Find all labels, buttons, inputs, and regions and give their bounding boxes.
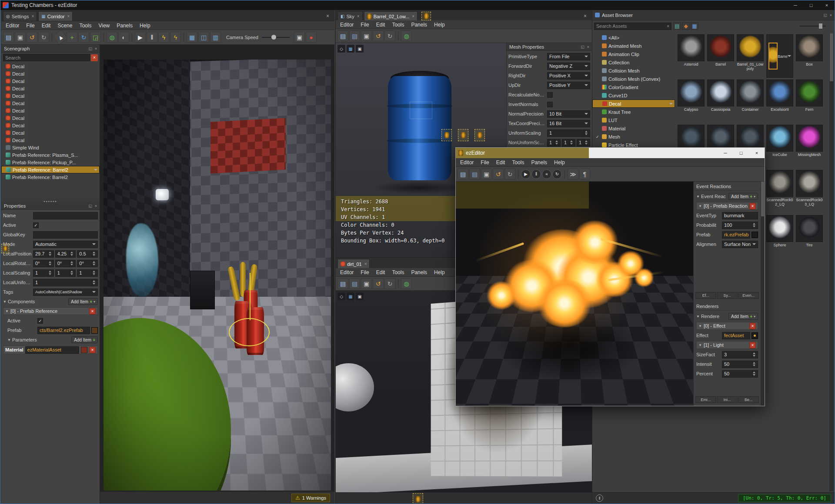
render-mode-icon[interactable]: ◐ <box>118 32 129 43</box>
save-all-icon[interactable]: ▤ <box>349 30 360 41</box>
prop-spinner[interactable]: 0.5 <box>77 250 98 258</box>
float-panel-icon[interactable]: ◱ <box>88 204 92 208</box>
play-icon[interactable]: ▶ <box>135 32 146 43</box>
menu-edit[interactable]: Edit <box>493 159 509 166</box>
asset-item[interactable]: Asteroid <box>678 34 705 78</box>
collapse-icon[interactable]: ▼ <box>7 338 11 342</box>
scenegraph-item[interactable]: Decal <box>1 129 100 136</box>
component-header[interactable]: ▼ [0] - Prefab Reference × <box>3 307 98 315</box>
particle-editor-window[interactable]: ezEditor ─ □ × EditorFileEditToolsPanels… <box>455 147 765 406</box>
asset-item[interactable]: Barrel_02_Lowpoly <box>766 34 793 78</box>
close-tab-icon[interactable]: × <box>67 14 70 19</box>
undo-icon[interactable]: ↺ <box>27 32 37 43</box>
probability-spinner[interactable]: 100 <box>722 222 758 229</box>
tab-barrel-02-low[interactable]: Barrel_02_Low... × <box>364 11 418 21</box>
maximize-button[interactable]: □ <box>803 0 819 10</box>
scenegraph-item[interactable]: Prefab Reference: Pickup_P... <box>1 159 100 166</box>
asset-item[interactable]: Barrel <box>707 34 734 78</box>
tab-dirt-01[interactable]: dirt_01 × <box>337 259 370 269</box>
record-icon[interactable]: ● <box>306 32 317 43</box>
asset-item[interactable]: IceCube <box>766 125 793 168</box>
prop-checkbox[interactable] <box>547 92 553 98</box>
redo-icon[interactable]: ↻ <box>38 32 49 43</box>
warnings-badge[interactable]: ⚠ 1 Warnings <box>291 494 330 502</box>
minimize-button[interactable]: ─ <box>718 148 733 158</box>
delete-component-button[interactable]: × <box>89 308 96 315</box>
prop-spinner[interactable]: 29.7 <box>33 250 54 258</box>
pin-icon[interactable]: ¶ <box>579 169 590 179</box>
menu-view[interactable]: View <box>95 22 113 30</box>
prop-select[interactable]: 10 Bit <box>547 110 590 118</box>
menu-editor[interactable]: Editor <box>337 269 357 276</box>
close-window-icon[interactable]: × <box>580 13 590 19</box>
save-icon[interactable]: ▤ <box>337 30 348 41</box>
event-type-input[interactable]: burnmark <box>722 212 758 219</box>
prefab-reaction-header[interactable]: ▼ [0] - Prefab Reaction × <box>696 202 758 210</box>
asset-item[interactable]: Calypso <box>678 80 705 123</box>
particle-preview-viewport[interactable] <box>456 182 693 406</box>
screenshot-icon[interactable]: ▣ <box>294 32 305 43</box>
redo-icon[interactable]: ↻ <box>384 30 395 41</box>
delete-renderer-button[interactable]: × <box>749 342 756 348</box>
close-window-icon[interactable]: × <box>323 13 333 19</box>
asset-item[interactable]: MissingMesh <box>796 125 823 168</box>
delete-renderer-button[interactable]: × <box>749 323 756 329</box>
menu-file[interactable]: File <box>357 269 372 276</box>
menu-file[interactable]: File <box>477 159 492 166</box>
close-tab-icon[interactable]: × <box>412 14 414 19</box>
collapse-icon[interactable]: ▼ <box>3 300 7 304</box>
restart-icon[interactable]: « <box>542 169 551 179</box>
minimize-button[interactable]: ─ <box>788 0 803 10</box>
asset-item[interactable]: Tire <box>796 215 823 259</box>
tab-events[interactable]: Even... <box>738 292 759 299</box>
scenegraph-item[interactable]: Decal <box>1 85 100 92</box>
scenegraph-item[interactable]: Decal <box>1 136 100 144</box>
effect-asset-field[interactable]: fectAsset <box>722 332 750 339</box>
scenegraph-item[interactable]: Decal <box>1 63 100 70</box>
menu-panels[interactable]: Panels <box>113 22 136 30</box>
close-tab-icon[interactable]: × <box>364 262 367 266</box>
float-panel-icon[interactable]: ◱ <box>581 45 584 49</box>
tab-initializer[interactable]: Ini... <box>717 396 737 403</box>
scenegraph-search-input[interactable]: Search <box>3 54 90 61</box>
maximize-button[interactable]: □ <box>733 148 749 158</box>
menu-help[interactable]: Help <box>431 269 448 276</box>
scenegraph-item[interactable]: Prefab Reference: Barrel2 <box>1 166 100 173</box>
ortho-icon[interactable]: ▥ <box>210 32 221 43</box>
browse-asset-button[interactable] <box>752 332 758 339</box>
browse-asset-button[interactable] <box>91 327 98 334</box>
delete-material-button[interactable]: × <box>89 347 96 353</box>
export-icon[interactable]: ϟ <box>170 32 181 43</box>
menu-panels[interactable]: Panels <box>528 159 551 166</box>
pause-icon[interactable]: ‖ <box>147 32 157 43</box>
collapse-icon[interactable]: ▼ <box>696 315 700 318</box>
shot-icon[interactable]: ▣ <box>356 292 364 300</box>
add-renderer-button[interactable]: Add Item+▾ <box>728 313 758 320</box>
grid-icon[interactable]: ▦ <box>347 292 354 300</box>
prop-spinner[interactable]: 4.25 <box>55 250 76 258</box>
menu-help[interactable]: Help <box>551 159 568 166</box>
rotate-icon[interactable]: ↻ <box>78 32 89 43</box>
percentage-spinner[interactable]: 50 <box>722 370 758 378</box>
undo-icon[interactable]: ↺ <box>373 278 384 289</box>
scenegraph-item[interactable]: Decal <box>1 99 100 107</box>
menu-help[interactable]: Help <box>136 22 154 30</box>
scenegraph-item[interactable]: Decal <box>1 122 100 129</box>
menu-edit[interactable]: Edit <box>38 22 54 30</box>
asset-grid-scrollbar[interactable] <box>829 33 834 491</box>
scene-viewport[interactable]: ⚠ 1 Warnings <box>100 45 334 504</box>
grid-icon[interactable]: ▦ <box>187 32 197 43</box>
redo-icon[interactable]: ↻ <box>504 169 515 179</box>
scenegraph-item[interactable]: Decal <box>1 114 100 122</box>
undo-icon[interactable]: ↺ <box>493 169 504 179</box>
add-event-reaction-button[interactable]: Add Item+▾ <box>728 193 758 200</box>
close-tab-icon[interactable]: × <box>31 14 34 19</box>
prop-select[interactable]: Negative Z <box>547 63 590 70</box>
save-icon[interactable]: ▤ <box>337 278 348 289</box>
float-panel-icon[interactable]: ◱ <box>88 46 92 51</box>
delete-reaction-button[interactable]: × <box>749 203 756 209</box>
save-all-icon[interactable]: ▤ <box>349 278 360 289</box>
asset-item[interactable]: Barrel_01_Lowpoly <box>737 34 764 78</box>
browse-asset-button[interactable] <box>752 232 758 238</box>
prefab-asset-field[interactable]: cts/Barrel2.ezPrefab <box>37 327 90 334</box>
